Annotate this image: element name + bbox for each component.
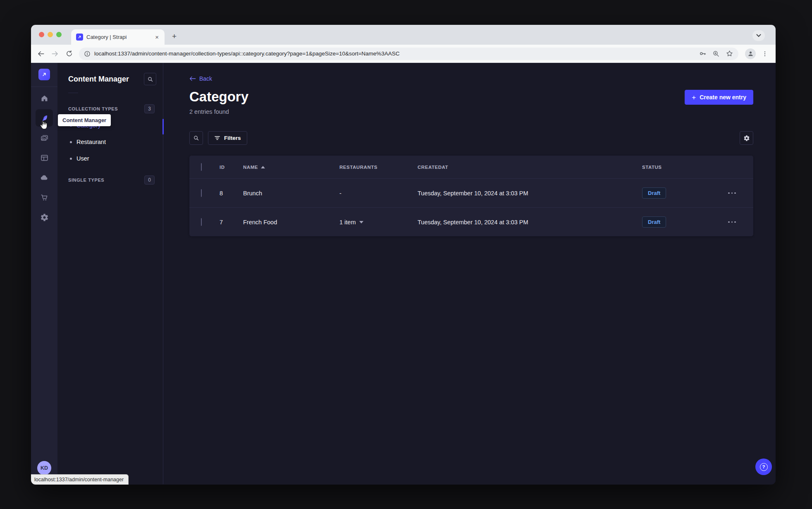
status-badge: Draft [642,216,666,228]
filters-button[interactable]: Filters [208,131,247,145]
browser-toolbar: localhost:1337/admin/content-manager/col… [31,45,776,63]
sidebar-item-user[interactable]: User [57,150,163,167]
gear-icon [743,135,750,142]
column-header-id[interactable]: ID [220,165,243,170]
window-minimize-button[interactable] [48,32,53,37]
back-button[interactable] [35,48,47,60]
cell-createdat: Tuesday, September 10, 2024 at 3:03 PM [418,190,642,197]
question-mark-icon: ? [760,463,768,471]
nav-marketplace[interactable] [36,189,53,206]
sidebar-item-label: User [76,155,89,162]
cloud-icon [40,173,49,182]
tab-title: Category | Strapi [86,34,153,40]
nav-media-library[interactable] [36,129,53,146]
table-settings-button[interactable] [740,131,753,145]
strapi-app: KD Content Manager COLLECTION TYPES 3 Ca… [31,63,776,484]
cell-restaurants: - [339,190,418,197]
column-header-status[interactable]: STATUS [642,165,715,170]
browser-menu-button[interactable] [759,48,771,60]
back-arrow-icon [189,76,196,82]
tab-search-button[interactable] [752,30,765,41]
bullet-icon [70,141,72,143]
plus-icon: + [692,94,696,101]
nav-tooltip: Content Manager [58,114,111,126]
sidebar-item-label: Restaurant [76,139,106,145]
rail-divider [31,86,57,87]
select-all-checkbox[interactable] [201,163,202,171]
back-link[interactable]: Back [189,75,212,82]
browser-status-bar: localhost:1337/admin/content-manager [31,474,129,485]
nav-home[interactable] [36,89,53,107]
strapi-logo[interactable] [38,69,50,80]
entries-table: ID NAME RESTAURANTS CREATEDAT STATUS 8 B… [189,156,753,236]
new-tab-button[interactable]: + [169,31,179,41]
page-title: Category [189,90,248,104]
cell-name: French Food [243,219,339,226]
single-types-label: SINGLE TYPES [68,178,104,182]
row-checkbox[interactable] [201,189,202,197]
subnav-title: Content Manager [68,75,129,84]
browser-tab[interactable]: Category | Strapi × [71,29,165,45]
subnav-search-button[interactable] [144,73,156,85]
create-new-entry-button[interactable]: + Create new entry [685,90,753,105]
status-badge: Draft [642,187,666,199]
subnav-divider [68,93,78,93]
search-icon [147,76,153,82]
content-type-builder-icon [40,154,49,162]
bullet-icon [70,158,72,160]
table-header-row: ID NAME RESTAURANTS CREATEDAT STATUS [189,156,753,178]
home-icon [40,94,49,103]
cell-restaurants[interactable]: 1 item [339,219,418,226]
mouse-cursor [38,120,48,131]
nav-content-type-builder[interactable] [36,149,53,166]
collection-types-count-badge: 3 [144,104,155,113]
nav-cloud[interactable] [36,169,53,186]
marketplace-cart-icon [40,193,49,202]
forward-button[interactable] [49,48,61,60]
cell-id: 7 [220,219,243,226]
row-checkbox[interactable] [201,218,202,226]
url-bar[interactable]: localhost:1337/admin/content-manager/col… [79,48,738,60]
filter-icon [214,135,220,141]
collection-types-label: COLLECTION TYPES [68,106,118,111]
help-button[interactable]: ? [755,459,772,475]
search-icon [193,135,199,141]
zoom-icon[interactable] [712,50,720,58]
sidebar-item-restaurant[interactable]: Restaurant [57,134,163,150]
column-header-restaurants[interactable]: RESTAURANTS [339,165,418,170]
cell-createdat: Tuesday, September 10, 2024 at 3:03 PM [418,219,642,226]
row-actions-menu[interactable] [715,221,753,223]
browser-tab-strip: Category | Strapi × + [31,25,776,45]
nav-settings[interactable] [36,209,53,226]
chevron-down-icon [359,221,363,223]
table-row[interactable]: 7 French Food 1 item Tuesday, September … [189,207,753,236]
chevron-down-icon [756,34,761,37]
user-avatar[interactable]: KD [37,461,51,475]
media-library-icon [40,134,49,142]
password-manager-icon[interactable] [699,50,707,58]
window-controls [39,32,62,37]
browser-window: Category | Strapi × + localhost:1337/adm… [31,25,776,485]
settings-gear-icon [40,213,49,222]
reload-button[interactable] [63,48,75,60]
bookmark-star-icon[interactable] [726,50,733,58]
cell-name: Brunch [243,190,339,197]
active-item-indicator [162,119,164,134]
column-header-createdat[interactable]: CREATEDAT [418,165,642,170]
main-content: Back Category + Create new entry 2 entri… [163,63,776,484]
url-text[interactable]: localhost:1337/admin/content-manager/col… [94,50,693,57]
table-search-button[interactable] [189,131,203,145]
row-actions-menu[interactable] [715,192,753,194]
window-zoom-button[interactable] [56,32,62,37]
cell-id: 8 [220,190,243,197]
tab-close-icon[interactable]: × [153,33,160,41]
browser-profile-button[interactable] [745,48,756,59]
entries-count: 2 entries found [189,108,753,115]
column-header-name[interactable]: NAME [243,165,339,170]
window-close-button[interactable] [39,32,44,37]
table-row[interactable]: 8 Brunch - Tuesday, September 10, 2024 a… [189,178,753,207]
sort-ascending-icon [261,166,265,168]
single-types-count-badge: 0 [144,175,155,185]
strapi-favicon-icon [76,34,83,41]
site-info-icon[interactable] [84,50,91,57]
